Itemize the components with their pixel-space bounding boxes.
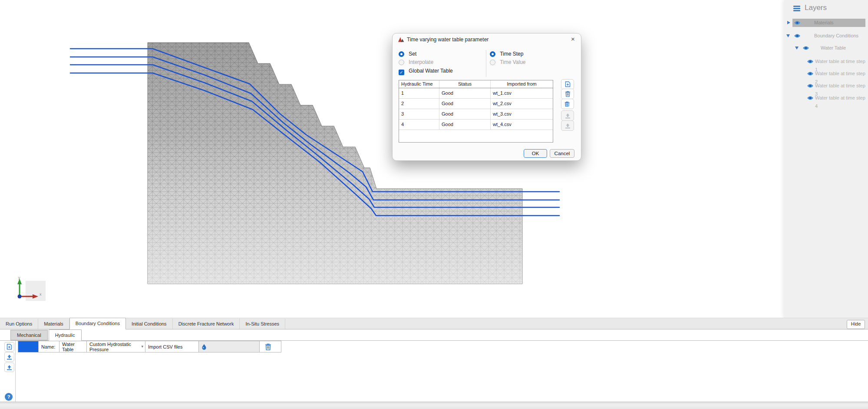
eye-icon[interactable]	[802, 46, 809, 50]
global-water-table-label: Global Water Table	[409, 68, 452, 74]
eye-icon[interactable]	[807, 59, 814, 64]
add-entry-button[interactable]	[4, 342, 14, 352]
table-row[interactable]: 3 Good wt_3.csv	[399, 109, 553, 120]
chevron-down-icon: ▾	[141, 344, 143, 349]
dialog-title: Time varying water table parameter	[407, 37, 488, 43]
global-water-table-checkbox[interactable]: ✓	[399, 70, 404, 75]
delete-time-step-button[interactable]	[561, 89, 574, 99]
tab-run-options[interactable]: Run Options	[0, 319, 38, 329]
imported-from-cell[interactable]: wt_2.csv	[491, 99, 553, 109]
tab-initial-conditions[interactable]: Initial Conditions	[126, 319, 173, 329]
imported-from-cell[interactable]: wt_4.csv	[491, 120, 553, 130]
axes-triad-icon: y x	[14, 275, 53, 303]
application-window: y x Layers Materials Boundary Condition	[0, 0, 868, 409]
status-cell[interactable]: Good	[439, 120, 491, 130]
eye-icon[interactable]	[807, 83, 814, 88]
set-label: Set	[409, 51, 416, 57]
set-option[interactable]: Set	[399, 51, 416, 58]
table-row[interactable]: 1 Good wt_1.csv	[399, 88, 553, 99]
layer-item-water-table-step-3[interactable]: Water table at time step 3	[784, 82, 868, 90]
import-tray-icon	[565, 123, 571, 129]
tab-discrete-fracture-network[interactable]: Discrete Fracture Network	[173, 319, 240, 329]
layers-panel-title: Layers	[805, 3, 827, 12]
table-row[interactable]: 4 Good wt_4.csv	[399, 120, 553, 130]
status-cell[interactable]: Good	[439, 88, 491, 98]
import-tray-icon	[7, 354, 12, 360]
subtab-mechanical[interactable]: Mechanical	[10, 330, 48, 340]
section-tab-bar: Run Options Materials Boundary Condition…	[0, 318, 868, 329]
time-step-cell[interactable]: 4	[399, 120, 439, 130]
time-step-cell[interactable]: 1	[399, 88, 439, 98]
column-header: Hydraulic Time Step	[399, 80, 439, 88]
pressure-type-value: Custom Hydrostatic Pressure	[89, 342, 138, 352]
tab-in-situ-stresses[interactable]: In-Situ Stresses	[240, 319, 285, 329]
table-row[interactable]: 2 Good wt_2.csv	[399, 99, 553, 109]
export-time-steps-button[interactable]	[561, 120, 574, 131]
layer-item-water-table-step-1[interactable]: Water table at time step 1	[784, 57, 868, 66]
status-cell[interactable]: Good	[439, 109, 491, 119]
layer-item-label: Water table at time step 4	[815, 94, 868, 110]
tab-boundary-conditions[interactable]: Boundary Conditions	[69, 318, 126, 329]
time-step-cell[interactable]: 3	[399, 109, 439, 119]
eye-icon[interactable]	[807, 71, 814, 76]
caret-down-icon[interactable]	[786, 34, 790, 37]
water-drop-icon	[201, 344, 207, 350]
caret-right-icon[interactable]	[787, 21, 790, 24]
status-bar	[0, 402, 868, 409]
import-tray-icon	[7, 365, 12, 370]
import-button[interactable]	[4, 352, 14, 362]
delete-all-icon	[564, 101, 571, 107]
eye-icon[interactable]	[807, 96, 814, 100]
import-csv-button[interactable]: Import CSV files	[145, 341, 199, 352]
hide-panel-button[interactable]: Hide	[847, 320, 865, 329]
dialog-title-bar[interactable]: Time varying water table parameter ×	[393, 33, 581, 45]
layer-item-label: Water Table	[821, 44, 846, 52]
subtab-hydraulic[interactable]: Hydraulic	[49, 329, 82, 341]
column-header: Imported from	[491, 80, 553, 88]
trash-icon	[565, 91, 571, 97]
global-water-table-option[interactable]: ✓ Global Water Table	[399, 68, 453, 75]
hamburger-icon[interactable]	[793, 6, 800, 11]
caret-down-icon[interactable]	[795, 47, 799, 50]
interpolate-radio[interactable]	[399, 60, 404, 65]
time-step-option[interactable]: Time Step	[490, 51, 523, 58]
eye-icon[interactable]	[794, 20, 801, 25]
import-time-steps-button[interactable]	[561, 110, 574, 121]
layer-item-water-table-step-2[interactable]: Water table at time step 2	[784, 70, 868, 78]
interpolate-option[interactable]: Interpolate	[399, 59, 433, 66]
column-header: Status	[439, 80, 491, 88]
tab-materials[interactable]: Materials	[38, 319, 69, 329]
set-radio[interactable]	[399, 51, 404, 57]
time-step-radio[interactable]	[490, 51, 495, 57]
options-divider	[486, 50, 486, 77]
time-step-cell[interactable]: 2	[399, 99, 439, 109]
time-varying-water-table-dialog: Time varying water table parameter × Set…	[392, 33, 581, 161]
layer-item-boundary-conditions[interactable]: Boundary Conditions	[784, 32, 868, 40]
time-value-radio[interactable]	[490, 60, 495, 65]
ok-button[interactable]: OK	[524, 149, 547, 158]
row-name-cell-selected[interactable]	[18, 341, 39, 352]
imported-from-cell[interactable]: wt_1.csv	[491, 88, 553, 98]
help-icon[interactable]: ?	[5, 393, 13, 401]
imported-from-cell[interactable]: wt_3.csv	[491, 109, 553, 119]
add-file-icon	[565, 81, 571, 87]
delete-all-time-steps-button[interactable]	[561, 99, 574, 109]
close-icon[interactable]: ×	[569, 35, 577, 43]
layer-item-label: Materials	[814, 19, 834, 27]
export-button[interactable]	[4, 362, 14, 372]
layer-item-materials[interactable]: Materials	[784, 19, 868, 27]
cancel-button[interactable]: Cancel	[550, 149, 574, 158]
add-time-step-button[interactable]	[561, 79, 574, 90]
pressure-type-dropdown[interactable]: Custom Hydrostatic Pressure ▾	[87, 341, 145, 352]
layer-item-water-table-step-4[interactable]: Water table at time step 4	[784, 94, 868, 102]
eye-icon[interactable]	[794, 33, 801, 38]
delete-row-button[interactable]	[260, 341, 281, 352]
water-parameter-cell[interactable]	[199, 341, 260, 352]
layer-item-water-table[interactable]: Water Table	[784, 44, 868, 52]
time-value-option[interactable]: Time Value	[490, 59, 525, 66]
status-cell[interactable]: Good	[439, 99, 491, 109]
interpolate-label: Interpolate	[409, 59, 433, 65]
layers-panel-header: Layers	[784, 3, 868, 14]
water-table-label: Water Table	[59, 341, 87, 352]
import-tray-icon	[565, 113, 571, 119]
